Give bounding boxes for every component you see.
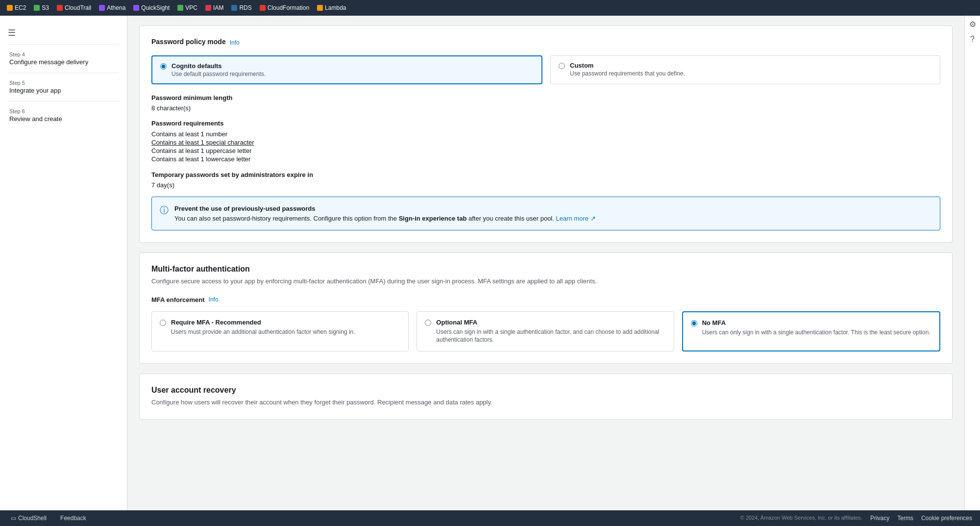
info-box-title: Prevent the use of previously-used passw… [174,205,316,212]
requirement-number: Contains at least 1 number [151,130,940,138]
requirements-list: Contains at least 1 number Contains at l… [151,130,940,163]
quicksight-icon [133,5,139,11]
nav-item-quicksight[interactable]: QuickSight [130,3,172,12]
temp-password-value: 7 day(s) [151,181,940,189]
ec2-icon [7,5,13,11]
nav-item-lambda[interactable]: Lambda [314,3,349,12]
custom-radio[interactable] [559,63,565,69]
requirement-lowercase: Contains at least 1 lowercase letter [151,155,940,163]
sidebar-step-5[interactable]: Step 5 Integrate your app [0,75,127,99]
password-mode-cards: Cognito defaults Use default password re… [151,55,940,84]
cognito-defaults-desc: Use default password requirements. [172,71,266,77]
require-mfa-title: Require MFA - Recommended [171,319,355,326]
requirement-special: Contains at least 1 special character [151,138,940,147]
rds-icon [231,5,237,11]
nav-item-s3[interactable]: S3 [31,3,52,12]
learn-more-link[interactable]: Learn more ↗ [556,215,595,222]
mfa-title: Multi-factor authentication [151,265,940,274]
nav-item-cloudtrail[interactable]: CloudTrail [54,3,94,12]
no-mfa-desc: Users can only sign in with a single aut… [702,328,931,337]
user-account-recovery-section: User account recovery Configure how user… [139,374,953,420]
sidebar-step-4[interactable]: Step 4 Configure message delivery [0,47,127,71]
cognito-defaults-card[interactable]: Cognito defaults Use default password re… [151,55,542,84]
sidebar: ☰ Step 4 Configure message delivery Step… [0,16,127,510]
custom-title: Custom [570,62,685,69]
optional-mfa-radio[interactable] [425,320,431,326]
settings-icon[interactable]: ⚙ [969,20,976,29]
password-policy-section: Password policy mode Info Cognito defaul… [139,25,953,243]
optional-mfa-title: Optional MFA [436,319,665,326]
optional-mfa-card[interactable]: Optional MFA Users can sign in with a si… [416,311,674,352]
copyright-text: © 2024, Amazon Web Services, Inc. or its… [740,515,862,522]
requirements-label: Password requirements [151,120,940,127]
mfa-info-link[interactable]: Info [209,296,219,303]
password-policy-title: Password policy mode [151,38,226,46]
cloudtrail-icon [57,5,63,11]
password-history-info-box: ⓘ Prevent the use of previously-used pas… [151,197,940,230]
min-length-label: Password minimum length [151,94,940,101]
custom-desc: Use password requirements that you defin… [570,70,685,77]
mfa-option-cards: Require MFA - Recommended Users must pro… [151,311,940,352]
info-box-body: You can also set password-history requir… [174,215,596,222]
require-mfa-card[interactable]: Require MFA - Recommended Users must pro… [151,311,409,352]
privacy-link[interactable]: Privacy [870,515,889,522]
cloudformation-icon [260,5,266,11]
recovery-desc: Configure how users will recover their a… [151,398,940,407]
password-policy-info-link[interactable]: Info [230,39,240,46]
custom-card[interactable]: Custom Use password requirements that yo… [550,55,940,84]
footer-right: © 2024, Amazon Web Services, Inc. or its… [740,515,972,522]
cookie-preferences-link[interactable]: Cookie preferences [921,515,972,522]
cloudshell-button[interactable]: ▭ CloudShell [8,514,49,523]
sidebar-step-6[interactable]: Step 6 Review and create [0,103,127,127]
require-mfa-desc: Users must provide an additional authent… [171,328,355,336]
terms-link[interactable]: Terms [897,515,913,522]
right-panel: ⚙ ? [964,16,980,510]
main-content: Password policy mode Info Cognito defaul… [127,16,964,510]
nav-item-vpc[interactable]: VPC [174,3,200,12]
cognito-defaults-radio[interactable] [160,63,167,70]
athena-icon [99,5,105,11]
feedback-button[interactable]: Feedback [57,514,89,523]
require-mfa-radio[interactable] [160,320,166,326]
top-navigation: EC2 S3 CloudTrail Athena QuickSight VPC … [0,0,980,16]
optional-mfa-desc: Users can sign in with a single authenti… [436,328,665,345]
nav-item-athena[interactable]: Athena [96,3,128,12]
nav-item-rds[interactable]: RDS [228,3,254,12]
mfa-enforcement-label: MFA enforcement [151,296,205,303]
terminal-icon: ▭ [11,515,16,522]
bottom-bar: ▭ CloudShell Feedback © 2024, Amazon Web… [0,510,980,526]
app-layout: ☰ Step 4 Configure message delivery Step… [0,16,980,510]
vpc-icon [177,5,183,11]
s3-icon [34,5,40,11]
nav-item-ec2[interactable]: EC2 [4,3,29,12]
nav-item-cloudformation[interactable]: CloudFormation [257,3,312,12]
help-icon[interactable]: ? [970,35,975,44]
recovery-title: User account recovery [151,386,940,395]
mfa-enforcement-header: MFA enforcement Info [151,296,940,303]
mfa-desc: Configure secure access to your app by e… [151,276,940,286]
info-circle-icon: ⓘ [160,204,169,216]
mfa-section: Multi-factor authentication Configure se… [139,252,953,364]
password-policy-header: Password policy mode Info [151,38,940,48]
sidebar-toggle[interactable]: ☰ [0,24,127,42]
lambda-icon [317,5,323,11]
no-mfa-title: No MFA [702,319,931,326]
signin-experience-tab-label: Sign-in experience tab [399,215,467,222]
no-mfa-radio[interactable] [691,320,697,326]
nav-item-iam[interactable]: IAM [202,3,226,12]
cognito-defaults-title: Cognito defaults [172,62,266,70]
temp-password-label: Temporary passwords set by administrator… [151,171,940,178]
min-length-value: 8 character(s) [151,104,940,112]
requirement-uppercase: Contains at least 1 uppercase letter [151,147,940,155]
iam-icon [205,5,211,11]
no-mfa-card[interactable]: No MFA Users can only sign in with a sin… [682,311,940,352]
